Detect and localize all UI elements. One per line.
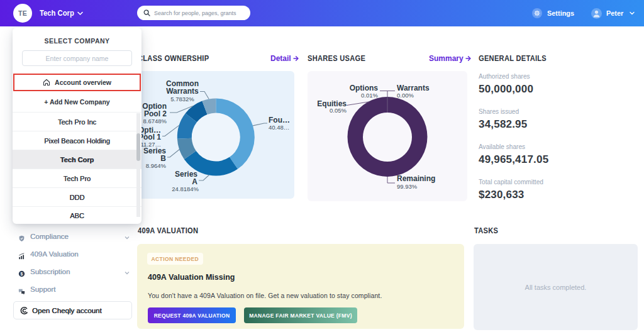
svg-text:Remaining: Remaining	[397, 174, 435, 183]
svg-text:Fou…: Fou…	[269, 116, 290, 124]
svg-text:$: $	[21, 272, 23, 277]
svg-text:Pool 2: Pool 2	[144, 109, 167, 118]
svg-text:0.00%: 0.00%	[397, 92, 414, 99]
svg-text:A: A	[192, 177, 197, 186]
svg-text:B: B	[160, 154, 166, 163]
svg-text:5.7832%: 5.7832%	[170, 96, 194, 102]
svg-text:0.05%: 0.05%	[330, 107, 347, 114]
svg-text:0.01%: 0.01%	[361, 92, 378, 99]
svg-text:24.8184%: 24.8184%	[172, 185, 199, 192]
svg-text:8.964%: 8.964%	[146, 162, 167, 169]
svg-text:40.48…: 40.48…	[269, 124, 289, 131]
svg-text:Warrants: Warrants	[166, 87, 199, 96]
svg-text:99.93%: 99.93%	[397, 183, 418, 190]
svg-text:8.6748%: 8.6748%	[143, 118, 167, 124]
